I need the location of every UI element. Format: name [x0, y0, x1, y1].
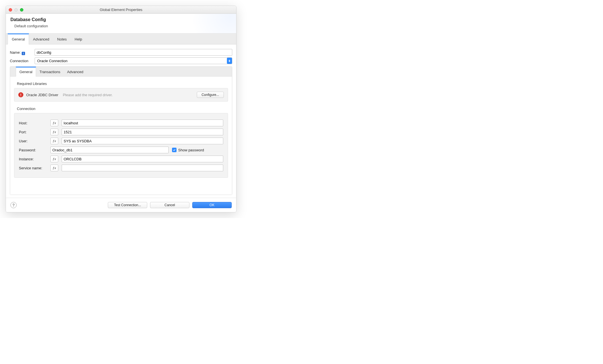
connection-section-label: Connection [17, 107, 228, 111]
host-label: Host: [19, 121, 47, 125]
instance-input[interactable] [62, 156, 223, 162]
user-input[interactable] [62, 138, 223, 144]
port-input[interactable] [62, 129, 223, 135]
cancel-button[interactable]: Cancel [150, 202, 189, 208]
dialog-header: Database Config Default configuration [6, 14, 236, 33]
tab-help[interactable]: Help [71, 33, 86, 44]
warning-icon: ! [18, 92, 23, 97]
inner-body: Required Libraries ! Oracle JDBC Driver … [10, 77, 232, 195]
titlebar: Global Element Properties [6, 6, 236, 14]
inner-tab-general[interactable]: General [16, 67, 36, 77]
tab-notes[interactable]: Notes [53, 33, 71, 44]
checkbox-checked-icon [172, 148, 177, 152]
library-row: ! Oracle JDBC Driver Please add the requ… [14, 88, 228, 102]
inner-tab-advanced[interactable]: Advanced [64, 67, 87, 76]
maximize-icon[interactable] [20, 8, 23, 12]
minimize-icon [14, 8, 18, 12]
driver-hint: Please add the required driver. [63, 93, 113, 97]
info-icon: i [22, 52, 25, 55]
tab-advanced[interactable]: Advanced [29, 33, 53, 44]
show-password-label: Show password [178, 148, 204, 152]
body-area: Name: i Connection Oracle Connection Gen… [6, 44, 236, 198]
help-icon[interactable]: ? [10, 202, 17, 208]
fx-button-port[interactable]: ƒx [50, 129, 58, 135]
inner-tab-transactions[interactable]: Transactions [36, 67, 64, 76]
user-label: User: [19, 139, 47, 143]
traffic-lights [9, 8, 23, 12]
tab-general[interactable]: General [8, 33, 29, 44]
connection-select[interactable]: Oracle Connection [35, 57, 232, 64]
connection-box: Host: ƒx Port: ƒx User: ƒx [14, 113, 228, 178]
inner-tabs: General Transactions Advanced [10, 67, 232, 77]
fx-button-instance[interactable]: ƒx [50, 156, 58, 162]
chevron-updown-icon [227, 58, 232, 64]
dialog-window: Global Element Properties Database Confi… [6, 6, 236, 212]
driver-name: Oracle JDBC Driver [26, 93, 58, 97]
main-tabs: General Advanced Notes Help [6, 33, 236, 44]
connection-label: Connection [10, 59, 32, 63]
service-name-label: Service name: [19, 166, 47, 170]
fx-button-user[interactable]: ƒx [50, 138, 58, 144]
host-input[interactable] [62, 120, 223, 126]
instance-label: Instance: [19, 157, 47, 161]
test-connection-button[interactable]: Test Connection... [108, 202, 147, 208]
connection-value: Oracle Connection [35, 57, 232, 64]
ok-button[interactable]: OK [192, 202, 232, 208]
configure-button[interactable]: Configure... [197, 92, 224, 98]
show-password-toggle[interactable]: Show password [172, 148, 204, 152]
dialog-footer: ? Test Connection... Cancel OK [6, 198, 236, 212]
window-title: Global Element Properties [6, 8, 236, 12]
required-libraries-label: Required Libraries [17, 82, 228, 86]
header-decoration [191, 14, 236, 33]
service-name-input[interactable] [62, 165, 223, 171]
inner-panel: General Transactions Advanced Required L… [10, 66, 232, 195]
password-label: Password: [19, 148, 47, 152]
name-input[interactable] [35, 49, 232, 56]
fx-button-service[interactable]: ƒx [50, 165, 58, 171]
fx-button-host[interactable]: ƒx [50, 120, 58, 126]
port-label: Port: [19, 130, 47, 134]
password-input[interactable] [50, 147, 169, 153]
name-label: Name: i [10, 50, 32, 55]
close-icon[interactable] [9, 8, 12, 12]
